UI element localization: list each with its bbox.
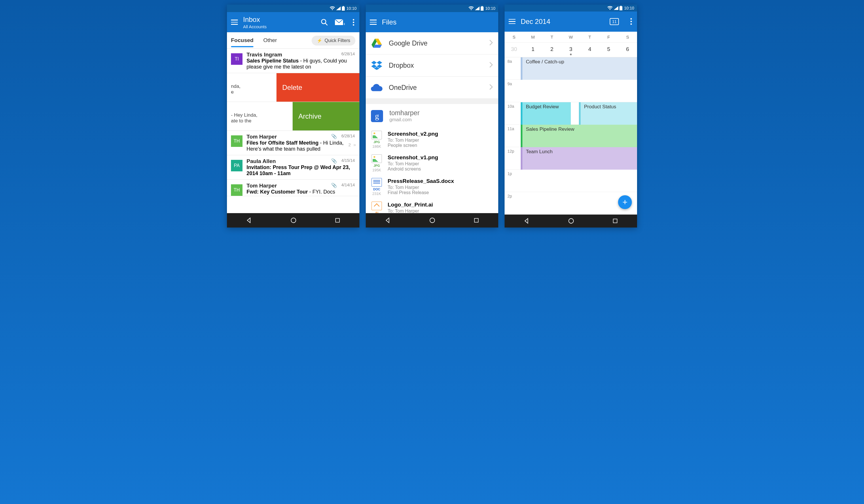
day-cell[interactable]: 4 xyxy=(580,46,599,52)
page-title: Inbox xyxy=(243,15,315,24)
email-date: 4/15/14 xyxy=(341,158,355,163)
schedule: 8a 9a 10a 11a 12p 1p 2p Coffee / Catch-u… xyxy=(505,57,637,215)
event-product[interactable]: Product Status xyxy=(579,102,637,125)
overflow-menu-button[interactable] xyxy=(629,17,633,26)
email-item[interactable]: TH Tom Harper Fwd: Key Customer Tour - F… xyxy=(227,180,359,196)
day-cell[interactable]: 5 xyxy=(599,46,618,52)
image-file-icon xyxy=(372,131,382,140)
account-header[interactable]: g tomharper gmail.com xyxy=(366,104,498,128)
email-from: Travis Ingram xyxy=(247,51,356,58)
provider-onedrive[interactable]: OneDrive xyxy=(366,76,498,99)
hour-label: 9a xyxy=(505,80,521,102)
search-icon[interactable] xyxy=(321,19,328,26)
svg-rect-1 xyxy=(343,6,344,7)
avatar: TH xyxy=(231,135,242,147)
battery-icon xyxy=(342,6,345,11)
back-button[interactable] xyxy=(524,218,530,224)
hour-label: 8a xyxy=(505,57,521,80)
recents-button[interactable] xyxy=(335,217,340,223)
email-preview: nda, xyxy=(231,84,240,89)
email-item[interactable]: PA Paula Allen Invitation: Press Tour Pr… xyxy=(227,155,359,180)
menu-button[interactable] xyxy=(370,20,377,25)
svg-rect-13 xyxy=(620,6,622,6)
tab-focused[interactable]: Focused xyxy=(231,37,253,47)
swipe-delete-action[interactable]: Delete xyxy=(276,73,359,102)
recents-button[interactable] xyxy=(612,218,618,224)
home-button[interactable] xyxy=(290,217,297,224)
email-item-swiped[interactable]: 📎6/28/14 - Hey Linda,ate to the Archive xyxy=(227,102,359,131)
quick-filters-label: Quick Filters xyxy=(325,38,350,43)
ai-file-icon xyxy=(372,202,382,210)
gdrive-icon xyxy=(371,37,383,49)
svg-rect-15 xyxy=(613,219,617,223)
file-item[interactable]: JPG186K Screenshot_v2.pngTo: Tom HarperP… xyxy=(366,128,498,152)
action-bar: Inbox All Accounts + xyxy=(227,12,359,32)
google-icon: g xyxy=(371,110,383,122)
menu-button[interactable] xyxy=(508,19,516,24)
action-bar: Files xyxy=(366,12,498,32)
battery-icon xyxy=(620,6,622,10)
day-cell[interactable]: 1 xyxy=(524,46,543,52)
day-cell-selected[interactable]: 3 xyxy=(561,46,580,52)
account-name: tomharper xyxy=(389,109,420,117)
day-cell[interactable]: 6 xyxy=(618,46,637,52)
add-event-button[interactable]: + xyxy=(618,195,632,209)
attachment-icon: 📎 xyxy=(331,134,337,139)
tab-other[interactable]: Other xyxy=(263,37,277,47)
hour-label: 1p xyxy=(505,170,521,192)
file-item[interactable]: DOC231K PressRelease_SaaS.docxTo: Tom Ha… xyxy=(366,175,498,199)
swipe-archive-action[interactable]: Archive xyxy=(292,102,359,131)
home-button[interactable] xyxy=(568,218,574,224)
inbox-screen: 10:10 Inbox All Accounts + Focused Other… xyxy=(227,4,359,228)
event-budget[interactable]: Budget Review xyxy=(521,102,571,125)
weekday-header: SMTWTFS xyxy=(505,32,637,43)
day-cell[interactable]: 30 xyxy=(505,46,524,52)
svg-rect-8 xyxy=(481,7,483,11)
file-name: Screenshot_v1.png xyxy=(388,154,493,161)
overflow-menu-button[interactable] xyxy=(352,18,356,27)
today-button[interactable]: 11 xyxy=(610,18,619,25)
svg-rect-12 xyxy=(620,6,622,10)
email-subject: Sales Pipeline Status xyxy=(247,58,299,64)
provider-dropbox[interactable]: Dropbox xyxy=(366,55,498,76)
status-bar: 10:10 xyxy=(505,4,637,12)
email-item[interactable]: TI Travis Ingram Sales Pipeline Status -… xyxy=(227,49,359,73)
file-item[interactable]: JPG195K Screenshot_v1.pngTo: Tom HarperA… xyxy=(366,152,498,175)
chevron-right-icon xyxy=(489,84,493,91)
back-button[interactable] xyxy=(246,217,252,224)
dropbox-icon xyxy=(371,60,383,71)
email-preview: - Hey Linda, xyxy=(231,112,257,118)
provider-label: OneDrive xyxy=(389,84,483,92)
onedrive-icon xyxy=(371,82,383,93)
svg-rect-9 xyxy=(481,6,483,7)
event-coffee[interactable]: Coffee / Catch-up xyxy=(521,57,637,80)
image-file-icon xyxy=(372,154,382,163)
cell-signal-icon xyxy=(336,6,341,10)
menu-button[interactable] xyxy=(231,20,238,25)
android-nav-bar xyxy=(505,215,637,228)
action-bar: Dec 2014 11 xyxy=(505,12,637,32)
hour-label: 2p xyxy=(505,192,521,214)
event-pipeline[interactable]: Sales Pipeline Review xyxy=(521,125,637,147)
file-item[interactable]: AI Logo_for_Print.aiTo: Tom Harper xyxy=(366,199,498,213)
status-bar: 10:10 xyxy=(227,4,359,12)
day-cell[interactable]: 2 xyxy=(542,46,561,52)
chevron-right-icon xyxy=(489,62,493,69)
provider-google-drive[interactable]: Google Drive xyxy=(366,32,498,55)
file-name: Screenshot_v2.png xyxy=(388,131,493,137)
files-list: Google Drive Dropbox OneDrive g tomharpe… xyxy=(366,32,498,213)
event-lunch[interactable]: Team Lunch xyxy=(521,147,637,170)
email-subject: Fwd: Key Customer Tour xyxy=(247,189,308,195)
compose-icon[interactable]: + xyxy=(335,19,345,26)
svg-point-14 xyxy=(569,219,574,224)
quick-filters-button[interactable]: ⚡ Quick Filters xyxy=(312,36,356,46)
recents-button[interactable] xyxy=(473,217,479,223)
email-item-swiped[interactable]: 📎6/28/14 nda,e Delete xyxy=(227,73,359,102)
back-button[interactable] xyxy=(385,217,391,224)
email-date: 4/14/14 xyxy=(341,183,355,187)
email-item[interactable]: TH Tom Harper Files for Offsite Staff Me… xyxy=(227,131,359,155)
cell-signal-icon xyxy=(475,6,480,10)
email-date: 6/28/14 xyxy=(341,134,355,138)
home-button[interactable] xyxy=(429,217,435,224)
status-time: 10:10 xyxy=(485,6,495,11)
